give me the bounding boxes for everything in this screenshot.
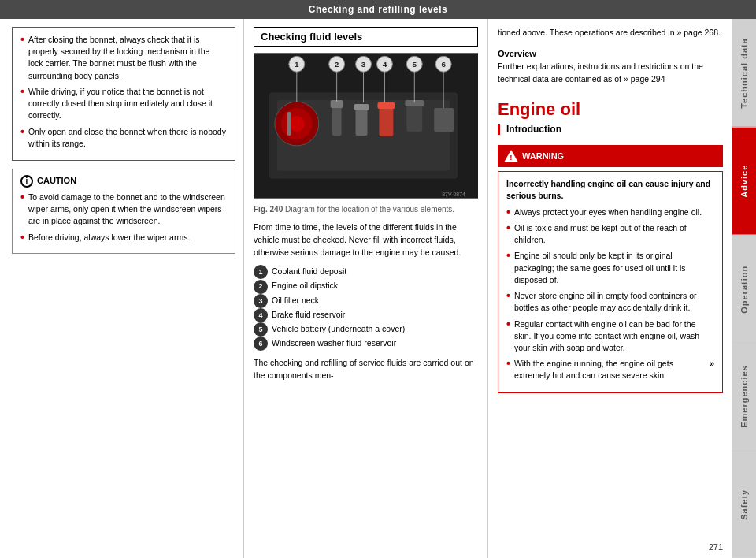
svg-rect-11 (379, 106, 393, 136)
bonnet-warning-box: • After closing the bonnet, always check… (12, 27, 235, 161)
warning-rbullet-4: • Never store engine oil in empty food c… (506, 290, 714, 314)
svg-text:!: ! (510, 154, 512, 162)
tab-operation[interactable]: Operation (732, 235, 756, 343)
diagram-container: 1 2 3 4 5 6 87V-0874 Fig. 240 (254, 53, 478, 215)
caution-box: i CAUTION • To avoid damage to the bonne… (12, 169, 235, 254)
component-list: 1 Coolant fluid deposit 2 Engine oil dip… (254, 265, 478, 351)
warning-rbullet-text-1: Always protect your eyes when handling e… (514, 206, 702, 218)
engine-oil-title: Engine oil (498, 99, 723, 120)
svg-text:1: 1 (295, 60, 299, 69)
left-column: • After closing the bonnet, always check… (0, 19, 244, 558)
warning-text-1: After closing the bonnet, always check t… (28, 34, 227, 82)
comp-num-2: 2 (254, 280, 268, 294)
tab-advice[interactable]: Advice (732, 127, 756, 235)
tab-emergencies[interactable]: Emergencies (732, 342, 756, 450)
overview-title: Overview (498, 49, 723, 58)
sidebar-tabs: Technical data Advice Operation Emergenc… (732, 19, 756, 558)
svg-rect-7 (332, 104, 342, 136)
caution-header: i CAUTION (20, 175, 227, 188)
svg-text:6: 6 (441, 60, 446, 69)
comp-label-4: Brake fluid reservoir (272, 308, 345, 322)
caution-text-2: Before driving, always lower the wiper a… (28, 232, 190, 244)
component-item-2: 2 Engine oil dipstick (254, 279, 478, 293)
comp-num-1: 1 (254, 265, 268, 279)
warning-rbullet-3: • Engine oil should only be kept in its … (506, 250, 714, 286)
warning-bullet-2: • While driving, if you notice that the … (20, 86, 227, 122)
bullet-dot: • (20, 34, 24, 82)
continued-text: tioned above. These operations are descr… (498, 27, 723, 39)
bullet-dot: • (506, 358, 510, 381)
bullet-dot: • (506, 222, 510, 246)
diagram-caption-text: Diagram for the location of the various … (285, 205, 454, 214)
warning-rbullet-text-5: Regular contact with engine oil can be b… (514, 318, 714, 355)
comp-label-6: Windscreen washer fluid reservoir (272, 337, 396, 350)
page-number: 271 (709, 542, 723, 552)
closing-text: The checking and refilling of service fl… (254, 357, 478, 382)
warning-main-text: Incorrectly handling engine oil can caus… (506, 178, 714, 201)
comp-num-5: 5 (254, 322, 268, 337)
engine-oil-section: Engine oil Introduction (498, 91, 723, 139)
comp-num-4: 4 (254, 308, 268, 322)
warning-triangle-icon: ! (504, 149, 518, 163)
svg-text:87V-0874: 87V-0874 (442, 192, 465, 197)
svg-rect-13 (406, 104, 422, 132)
warning-bullet-1: • After closing the bonnet, always check… (20, 34, 227, 82)
comp-label-2: Engine oil dipstick (272, 279, 338, 292)
component-item-5: 5 Vehicle battery (underneath a cover) (254, 322, 478, 337)
overview-text: Further explanations, instructions and r… (498, 61, 723, 86)
content-area: • After closing the bonnet, always check… (0, 19, 756, 558)
caution-bullet-1: • To avoid damage to the bonnet and to t… (20, 192, 227, 228)
bullet-dot: • (20, 86, 24, 122)
bullet-dot: • (506, 206, 510, 218)
warning-text-3: Only open and close the bonnet when ther… (28, 126, 227, 150)
comp-label-3: Oil filler neck (272, 294, 319, 307)
svg-rect-9 (356, 108, 368, 136)
warning-content: Incorrectly handling engine oil can caus… (498, 171, 723, 392)
introduction-label: Introduction (506, 124, 561, 135)
component-item-6: 6 Windscreen washer fluid reservoir (254, 337, 478, 351)
svg-text:3: 3 (361, 60, 366, 69)
bullet-dot: • (506, 250, 510, 286)
comp-label-1: Coolant fluid deposit (272, 265, 346, 278)
middle-column: Checking fluid levels (244, 19, 488, 558)
main-content: Checking and refilling levels • After cl… (0, 0, 756, 558)
warning-rbullet-text-2: Oil is toxic and must be kept out of the… (514, 222, 714, 246)
caution-bullet-2: • Before driving, always lower the wiper… (20, 232, 227, 244)
svg-rect-6 (287, 112, 291, 136)
svg-rect-10 (354, 104, 369, 110)
fig-ref: Fig. 240 (254, 205, 283, 214)
component-item-3: 3 Oil filler neck (254, 294, 478, 308)
engine-diagram: 1 2 3 4 5 6 87V-0874 (254, 53, 478, 199)
section-title: Checking fluid levels (254, 27, 478, 46)
bullet-dot: • (506, 318, 510, 355)
diagram-caption: Fig. 240 Diagram for the location of the… (254, 204, 478, 215)
warning-red-header: ! WARNING (498, 145, 723, 167)
warning-label: WARNING (522, 151, 564, 161)
comp-num-3: 3 (254, 294, 268, 308)
warning-rbullet-6: • With the engine running, the engine oi… (506, 358, 714, 381)
warning-text-2: While driving, if you notice that the bo… (28, 86, 227, 122)
warning-rbullet-2: • Oil is toxic and must be kept out of t… (506, 222, 714, 246)
caution-label: CAUTION (37, 175, 76, 188)
header-bar: Checking and refilling levels (0, 0, 756, 19)
svg-text:5: 5 (413, 60, 417, 69)
component-item-4: 4 Brake fluid reservoir (254, 308, 478, 322)
bullet-dot: • (506, 290, 510, 314)
tab-safety[interactable]: Safety (732, 450, 756, 558)
comp-num-6: 6 (254, 337, 268, 351)
warning-rbullet-text-4: Never store engine oil in empty food con… (514, 290, 714, 314)
svg-text:4: 4 (383, 60, 387, 69)
caution-icon: i (20, 175, 33, 188)
warning-rbullet-text-3: Engine oil should only be kept in its or… (514, 250, 714, 286)
comp-label-5: Vehicle battery (underneath a cover) (272, 322, 405, 336)
warning-rbullet-1: • Always protect your eyes when handling… (506, 206, 714, 218)
warning-rbullet-5: • Regular contact with engine oil can be… (506, 318, 714, 355)
header-title: Checking and refilling levels (309, 4, 448, 15)
right-column: tioned above. These operations are descr… (488, 19, 732, 558)
arrow-right: » (710, 358, 714, 381)
tab-technical-data[interactable]: Technical data (732, 19, 756, 127)
caution-text-1: To avoid damage to the bonnet and to the… (28, 192, 227, 228)
overview-section: Overview Further explanations, instructi… (498, 46, 723, 86)
svg-text:2: 2 (335, 60, 339, 69)
svg-rect-12 (377, 102, 395, 109)
